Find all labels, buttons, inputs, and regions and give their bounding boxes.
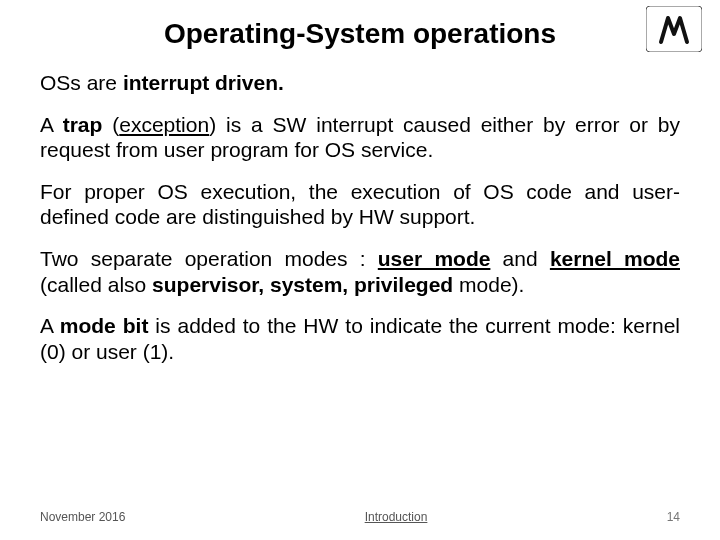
paragraph-2: A trap (exception) is a SW interrupt cau… [40, 112, 680, 163]
footer-page-number: 14 [667, 510, 680, 524]
slide-title: Operating-System operations [40, 18, 680, 50]
paragraph-3: For proper OS execution, the execution o… [40, 179, 680, 230]
slide: Operating-System operations OSs are inte… [0, 0, 720, 540]
text: and [490, 247, 550, 270]
text: OSs are [40, 71, 123, 94]
text: A [40, 113, 63, 136]
footer-title: Introduction [365, 510, 428, 524]
technion-logo [646, 6, 702, 52]
text-bold: supervisor, system, privileged [152, 273, 453, 296]
text: Two separate operation modes : [40, 247, 378, 270]
text: mode). [453, 273, 524, 296]
slide-footer: November 2016 Introduction 14 [0, 510, 720, 524]
paragraph-5: A mode bit is added to the HW to indicat… [40, 313, 680, 364]
text: (called also [40, 273, 152, 296]
text-underline: exception [119, 113, 209, 136]
text: A [40, 314, 60, 337]
footer-date: November 2016 [40, 510, 125, 524]
text-bold-underline: kernel mode [550, 247, 680, 270]
text-bold: trap [63, 113, 103, 136]
paragraph-4: Two separate operation modes : user mode… [40, 246, 680, 297]
text: ( [102, 113, 119, 136]
text-bold: mode bit [60, 314, 149, 337]
paragraph-1: OSs are interrupt driven. [40, 70, 680, 96]
text-bold: interrupt driven. [123, 71, 284, 94]
text-bold-underline: user mode [378, 247, 491, 270]
slide-body: OSs are interrupt driven. A trap (except… [40, 70, 680, 364]
